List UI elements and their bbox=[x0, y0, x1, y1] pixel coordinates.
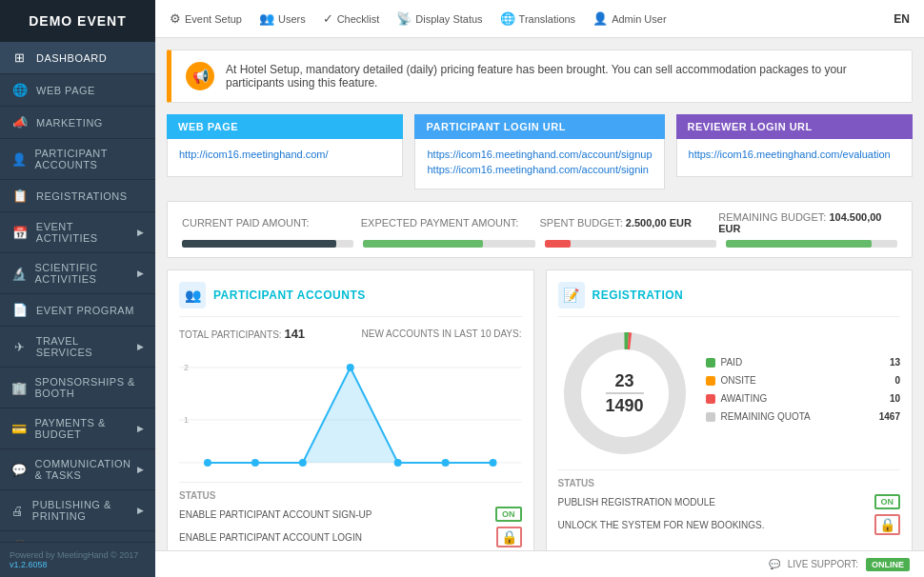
topbar-item-admin-user[interactable]: 👤Admin User bbox=[593, 11, 666, 26]
url-card-webpage-header: WEB PAGE bbox=[167, 114, 403, 139]
sidebar-icon-5: 📅 bbox=[11, 226, 29, 240]
sidebar-item-dashboard[interactable]: ⊞Dashboard bbox=[0, 42, 155, 74]
topbar-icon-0: ⚙ bbox=[170, 11, 181, 26]
alert-text: At Hotel Setup, mandatory detailed (dail… bbox=[226, 63, 897, 90]
sidebar-arrow-11: ▶ bbox=[137, 465, 145, 474]
sidebar-item-sponsorships---booth[interactable]: 🏢Sponsorships & Booth bbox=[0, 368, 155, 408]
sidebar-item-marketing[interactable]: 📣Marketing bbox=[0, 107, 155, 139]
sidebar-item-participant-accounts[interactable]: 👤Participant Accounts bbox=[0, 139, 155, 180]
total-participants-label: TOTAL PARTICIPANTS: 141 bbox=[179, 327, 305, 341]
live-support-label: LIVE SUPPORT: bbox=[788, 559, 858, 569]
budget-bar-paid bbox=[182, 240, 353, 248]
registration-status-label: STATUS bbox=[558, 478, 901, 488]
topbar-label-2: Checklist bbox=[337, 13, 380, 25]
topbar-label-5: Admin User bbox=[612, 13, 666, 25]
sidebar-icon-9: 🏢 bbox=[11, 381, 28, 395]
sidebar-item-event-program[interactable]: 📄Event Program bbox=[0, 294, 155, 327]
registration-header: 📝 REGISTRATION bbox=[558, 282, 901, 317]
panels-row: 👥 PARTICIPANT ACCOUNTS TOTAL PARTICIPANT… bbox=[167, 269, 913, 550]
legend-color-0 bbox=[706, 358, 715, 368]
sidebar-label-10: Payments & Budget bbox=[35, 417, 137, 440]
sidebar-icon-12: 🖨 bbox=[11, 504, 25, 518]
topbar-item-translations[interactable]: 🌐Translations bbox=[500, 11, 576, 26]
sidebar-icon-10: 💳 bbox=[11, 422, 28, 436]
sidebar-item-registrations[interactable]: 📋Registrations bbox=[0, 180, 155, 212]
participant-accounts-header: 👥 PARTICIPANT ACCOUNTS bbox=[179, 282, 522, 317]
svg-text:1: 1 bbox=[184, 415, 189, 425]
donut-legend: PAID13ONSITE0AWAITING10REMAINING QUOTA14… bbox=[706, 357, 901, 429]
participant-accounts-panel: 👥 PARTICIPANT ACCOUNTS TOTAL PARTICIPANT… bbox=[167, 269, 534, 550]
url-card-webpage-body: http://icom16.meetinghand.com/ bbox=[167, 139, 403, 177]
sidebar-item-payments---budget[interactable]: 💳Payments & Budget▶ bbox=[0, 408, 155, 449]
legend-count-3: 1467 bbox=[879, 411, 900, 422]
signup-label: ENABLE PARTICIPANT ACCOUNT SIGN-UP bbox=[179, 509, 372, 520]
sidebar-label-6: Scientific Activities bbox=[35, 262, 137, 285]
sidebar-icon-8: ✈ bbox=[11, 340, 29, 354]
budget-bar-expected bbox=[363, 240, 534, 248]
sidebar: DEMO EVENT ⊞Dashboard🌐Web Page📣Marketing… bbox=[0, 0, 155, 577]
legend-label-2: AWAITING bbox=[721, 393, 890, 404]
registration-status-unlock: UNLOCK THE SYSTEM FOR NEW BOOKINGS. 🔒 bbox=[558, 514, 901, 535]
url-webpage-link[interactable]: http://icom16.meetinghand.com/ bbox=[179, 149, 391, 160]
registration-status-section: STATUS PUBLISH REGISTRATION MODULE ON UN… bbox=[558, 469, 901, 535]
participant-status-login: ENABLE PARTICIPANT ACCOUNT LOGIN 🔒 bbox=[179, 527, 522, 547]
topbar-item-checklist[interactable]: ✓Checklist bbox=[323, 11, 380, 26]
sidebar-item-mobile-app[interactable]: 📱Mobile App bbox=[0, 531, 155, 542]
topbar-icon-4: 🌐 bbox=[500, 11, 515, 26]
publish-badge: ON bbox=[874, 494, 901, 509]
topbar-label-1: Users bbox=[278, 13, 306, 25]
url-participant-signin[interactable]: https://icom16.meetinghand.com/account/s… bbox=[427, 164, 652, 175]
sidebar-icon-11: 💬 bbox=[11, 463, 28, 477]
budget-expected-payment: EXPECTED PAYMENT AMOUNT: bbox=[361, 217, 540, 229]
unlock-label: UNLOCK THE SYSTEM FOR NEW BOOKINGS. bbox=[558, 520, 765, 530]
sidebar-icon-0: ⊞ bbox=[11, 50, 29, 65]
live-support-icon: 💬 bbox=[769, 559, 780, 569]
svg-point-12 bbox=[490, 459, 497, 467]
svg-point-8 bbox=[299, 459, 307, 467]
legend-count-2: 10 bbox=[890, 393, 900, 404]
sidebar-icon-1: 🌐 bbox=[11, 83, 29, 97]
url-card-reviewer: REVIEWER LOGIN URL https://icom16.meetin… bbox=[676, 114, 913, 189]
sidebar-icon-4: 📋 bbox=[11, 189, 29, 203]
alert-box: 📢 At Hotel Setup, mandatory detailed (da… bbox=[167, 50, 913, 103]
sidebar-item-communication---tasks[interactable]: 💬Communication & Tasks▶ bbox=[0, 449, 155, 490]
legend-color-3 bbox=[706, 412, 715, 422]
legend-item-remaining quota: REMAINING QUOTA1467 bbox=[706, 411, 901, 422]
participant-chart: 2 1 bbox=[179, 348, 522, 472]
sidebar-item-event-activities[interactable]: 📅Event Activities▶ bbox=[0, 212, 155, 253]
sidebar-icon-3: 👤 bbox=[11, 152, 28, 167]
svg-point-9 bbox=[347, 364, 354, 371]
registration-panel: 📝 REGISTRATION 23 bbox=[546, 269, 914, 550]
online-badge: ONLINE bbox=[866, 558, 910, 571]
sidebar-item-scientific-activities[interactable]: 🔬Scientific Activities▶ bbox=[0, 253, 155, 294]
sidebar-footer-text: Powered by MeetingHand © 2017 bbox=[10, 550, 146, 560]
sidebar-version-link[interactable]: v1.2.6058 bbox=[10, 560, 48, 569]
sidebar-icon-7: 📄 bbox=[11, 303, 29, 317]
main-area: ⚙Event Setup👥Users✓Checklist📡Display Sta… bbox=[155, 0, 924, 577]
legend-label-1: ONSITE bbox=[721, 375, 895, 386]
topbar-icon-3: 📡 bbox=[396, 11, 412, 26]
topbar-item-event-setup[interactable]: ⚙Event Setup bbox=[170, 11, 242, 26]
sidebar-label-5: Event Activities bbox=[36, 221, 137, 244]
sidebar-item-web-page[interactable]: 🌐Web Page bbox=[0, 74, 155, 107]
legend-label-3: REMAINING QUOTA bbox=[721, 411, 879, 422]
svg-point-7 bbox=[251, 459, 259, 467]
budget-bar-remaining bbox=[726, 240, 897, 248]
registration-status-publish: PUBLISH REGISTRATION MODULE ON bbox=[558, 494, 901, 509]
total-participants-count: 141 bbox=[284, 327, 305, 341]
legend-item-awaiting: AWAITING10 bbox=[706, 393, 901, 404]
sidebar-label-1: Web Page bbox=[36, 85, 95, 96]
url-participant-signup[interactable]: https://icom16.meetinghand.com/account/s… bbox=[427, 149, 652, 160]
svg-point-6 bbox=[204, 459, 211, 467]
sidebar-item-travel-services[interactable]: ✈Travel Services▶ bbox=[0, 327, 155, 368]
sidebar-label-3: Participant Accounts bbox=[35, 148, 145, 170]
topbar-icon-1: 👥 bbox=[259, 11, 274, 26]
url-reviewer-link[interactable]: https://icom16.meetinghand.com/evaluatio… bbox=[689, 149, 900, 160]
participant-accounts-icon: 👥 bbox=[179, 282, 206, 308]
sidebar-arrow-8: ▶ bbox=[137, 342, 145, 351]
unlock-badge: 🔒 bbox=[874, 514, 900, 535]
topbar-item-display-status[interactable]: 📡Display Status bbox=[396, 11, 482, 26]
topbar-item-users[interactable]: 👥Users bbox=[259, 11, 306, 26]
sidebar-label-0: Dashboard bbox=[36, 52, 107, 64]
sidebar-item-publishing---printing[interactable]: 🖨Publishing & Printing▶ bbox=[0, 490, 155, 531]
